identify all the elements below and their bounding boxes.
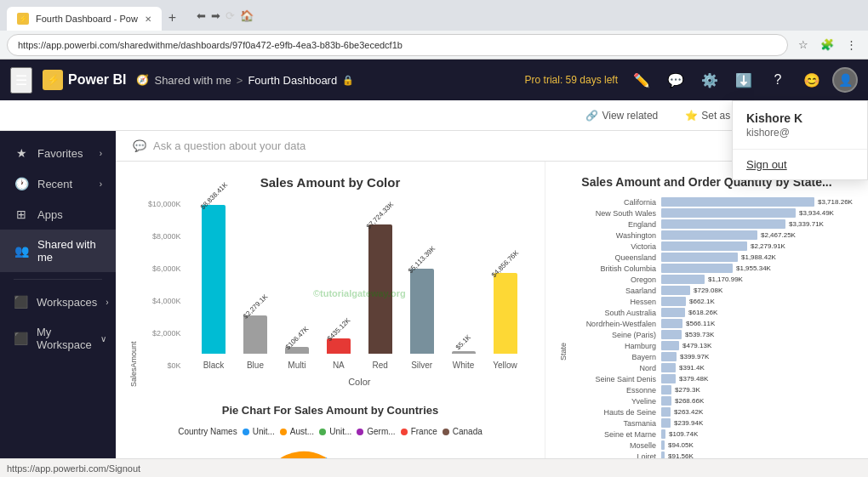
state-bar-container: $3,934.49K xyxy=(661,208,854,218)
state-bar-container: $1,988.42K xyxy=(661,253,854,262)
state-sales-bar xyxy=(661,440,665,450)
state-name: Queensland xyxy=(571,253,656,262)
bar-chart-section: Sales Amount by Color SalesAmount $10,00… xyxy=(129,175,531,387)
comment-btn[interactable]: 💬 xyxy=(662,66,689,94)
state-row: Washington $2,467.25K xyxy=(571,230,854,240)
sidebar-item-recent[interactable]: 🕐 Recent › xyxy=(0,168,116,199)
sign-out-link[interactable]: Sign out xyxy=(733,150,867,179)
legend-france: France xyxy=(401,427,437,436)
bar-chart: $8,838.41K Black $2,279.1K Blue $106.47K… xyxy=(188,200,531,370)
settings-icon-btn[interactable]: ⚙️ xyxy=(696,66,723,94)
sidebar-item-favorites[interactable]: ★ Favorites › xyxy=(0,138,116,168)
state-bar-container: $662.1K xyxy=(661,297,854,306)
state-sales-bar xyxy=(661,407,671,417)
state-row: South Australia $618.26K xyxy=(571,308,854,317)
state-value: $3,718.26K xyxy=(818,198,853,206)
state-value: $91.56K xyxy=(668,452,694,458)
state-bar-container: $399.97K xyxy=(661,352,854,361)
state-bar-container: $109.74K xyxy=(661,429,854,439)
hamburger-button[interactable]: ☰ xyxy=(10,67,32,94)
pie-chart-section: Pie Chart For Sales Amount by Countries … xyxy=(129,404,531,458)
state-sales-bar xyxy=(661,385,671,395)
extensions-btn[interactable]: 🧩 xyxy=(817,35,837,55)
state-row: Oregon $1,170.99K xyxy=(571,275,854,284)
state-sales-bar xyxy=(661,341,679,350)
active-tab[interactable]: ⚡ Fourth Dashboard - Pow ✕ xyxy=(7,7,162,31)
state-bar-container: $479.13K xyxy=(661,341,854,350)
state-value: $1,988.42K xyxy=(741,253,776,261)
bar-chart-title: Sales Amount by Color xyxy=(129,175,531,190)
state-row: Moselle $94.05K xyxy=(571,440,854,450)
state-value: $729.08K xyxy=(694,287,722,294)
profile-name: Kishore K xyxy=(746,111,854,125)
state-bar-container: $94.05K xyxy=(661,440,854,450)
settings-btn[interactable]: ⋮ xyxy=(841,35,861,55)
bar-rect xyxy=(368,224,392,354)
view-related-btn[interactable]: 🔗 View related xyxy=(579,106,665,125)
dashboard-grid: Sales Amount by Color SalesAmount $10,00… xyxy=(116,162,868,458)
apps-icon: ⊞ xyxy=(14,207,29,221)
legend-germ: Germ... xyxy=(357,427,395,436)
workspaces-label: Workspaces xyxy=(37,296,97,309)
breadcrumb-parent-link[interactable]: Shared with me xyxy=(154,74,231,87)
state-name: Bayern xyxy=(571,353,656,361)
address-bar[interactable] xyxy=(7,34,788,56)
help-btn[interactable]: ? xyxy=(764,66,791,94)
edit-btn[interactable]: ✏️ xyxy=(628,66,655,94)
state-sales-bar xyxy=(661,308,685,317)
sidebar-item-myworkspace[interactable]: ⬛ My Workspace ∨ xyxy=(0,317,116,360)
logo: ⚡ Power BI xyxy=(43,70,126,90)
state-sales-bar xyxy=(661,429,665,439)
bar-col: $8,838.41K Black xyxy=(197,192,231,370)
bar-label: Red xyxy=(373,361,388,370)
featured-icon: ⭐ xyxy=(685,110,698,122)
tab-close-icon[interactable]: ✕ xyxy=(145,14,151,24)
sidebar-item-shared[interactable]: 👥 Shared with me xyxy=(0,230,116,272)
state-row: Yveline $268.66K xyxy=(571,396,854,406)
status-bar: https://app.powerbi.com/Signout xyxy=(0,458,868,477)
state-name: Hauts de Seine xyxy=(571,408,656,417)
state-row: Bayern $399.97K xyxy=(571,352,854,361)
pie-chart-title: Pie Chart For Sales Amount by Countries xyxy=(129,404,531,417)
recent-chevron: › xyxy=(100,179,102,189)
state-name: New South Wales xyxy=(571,209,656,218)
breadcrumb: 🧭 Shared with me > Fourth Dashboard 🔒 xyxy=(136,74,514,87)
profile-button[interactable]: 👤 xyxy=(832,67,858,93)
ask-placeholder[interactable]: Ask a question about your data xyxy=(153,139,306,152)
profile-info: Kishore K kishore@ xyxy=(733,101,867,150)
state-sales-bar xyxy=(661,286,690,295)
state-name: South Australia xyxy=(571,309,656,317)
state-value: $268.66K xyxy=(675,397,704,405)
state-value: $539.73K xyxy=(685,331,714,338)
state-bar-container: $91.56K xyxy=(661,451,854,458)
sidebar-item-apps[interactable]: ⊞ Apps xyxy=(0,199,116,230)
sidebar-item-workspaces[interactable]: ⬛ Workspaces › xyxy=(0,287,116,317)
download-btn[interactable]: ⬇️ xyxy=(730,66,757,94)
state-row: California $3,718.26K xyxy=(571,197,854,207)
state-bars: California $3,718.26K New South Wales $3… xyxy=(571,197,854,458)
sales-amount-label: SalesAmount xyxy=(129,200,138,387)
state-name: Nord xyxy=(571,364,656,372)
state-y-axis-label: State xyxy=(559,197,568,458)
state-name: Tasmania xyxy=(571,419,656,428)
state-bar-container: $1,955.34K xyxy=(661,264,854,273)
bar-col: $7,724.33K Red xyxy=(363,212,397,370)
state-sales-bar xyxy=(661,253,738,262)
new-tab-button[interactable]: + xyxy=(162,5,183,31)
state-value: $94.05K xyxy=(668,441,694,449)
bookmark-btn[interactable]: ☆ xyxy=(793,35,814,55)
myworkspace-chevron: ∨ xyxy=(100,334,106,344)
bar-col: $2,279.1K Blue xyxy=(237,303,272,370)
state-name: Yveline xyxy=(571,397,656,406)
state-name: Loiret xyxy=(571,452,656,459)
bar-label: White xyxy=(453,361,475,370)
pro-trial-badge: Pro trial: 59 days left xyxy=(525,74,618,86)
apps-label: Apps xyxy=(37,208,102,221)
view-related-icon: 🔗 xyxy=(585,110,598,122)
bar-label: Multi xyxy=(288,361,306,370)
state-value: $3,934.49K xyxy=(799,209,834,217)
state-name: Essonne xyxy=(571,386,656,395)
notifications-btn[interactable]: 😊 xyxy=(798,66,825,94)
pie-area: Canada $1.98M France $2.64M Germany $2.8… xyxy=(129,443,531,458)
sidebar-divider xyxy=(14,279,102,280)
